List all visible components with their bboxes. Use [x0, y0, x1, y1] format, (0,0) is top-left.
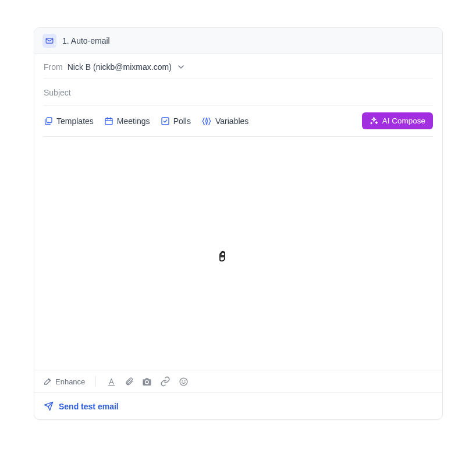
- card-footer: Send test email: [34, 393, 442, 419]
- sparkle-icon: [370, 116, 378, 125]
- variables-label: Variables: [215, 116, 248, 126]
- svg-point-14: [185, 380, 186, 381]
- svg-point-13: [182, 380, 183, 381]
- send-icon: [44, 401, 54, 411]
- emoji-icon[interactable]: [179, 377, 189, 387]
- templates-button[interactable]: Templates: [44, 116, 94, 126]
- toolbar-left: Templates Meetings: [44, 116, 248, 126]
- auto-email-icon: [42, 34, 56, 48]
- card-header: 1. Auto-email: [34, 28, 442, 54]
- divider: [95, 376, 96, 387]
- pointer-cursor-icon: [216, 248, 230, 263]
- ai-compose-button[interactable]: AI Compose: [362, 112, 433, 129]
- from-value[interactable]: Nick B (nickb@mixmax.com): [68, 62, 172, 72]
- from-section: From Nick B (nickb@mixmax.com): [34, 54, 442, 79]
- meetings-button[interactable]: Meetings: [104, 116, 150, 126]
- send-test-label: Send test email: [59, 402, 119, 411]
- from-label: From: [44, 62, 63, 72]
- calendar-icon: [104, 116, 113, 126]
- subject-input[interactable]: [44, 88, 433, 97]
- compose-toolbar-section: Templates Meetings: [34, 105, 442, 137]
- polls-icon: [161, 116, 170, 126]
- wand-icon: [44, 377, 52, 386]
- send-test-email-button[interactable]: Send test email: [44, 401, 433, 411]
- enhance-label: Enhance: [55, 377, 85, 386]
- camera-icon[interactable]: [142, 377, 152, 387]
- card-title: 1. Auto-email: [62, 36, 110, 45]
- svg-rect-1: [47, 118, 52, 123]
- editor-body[interactable]: [34, 137, 442, 370]
- polls-label: Polls: [173, 116, 191, 126]
- attachment-icon[interactable]: [125, 377, 134, 386]
- bottom-toolbar: Enhance: [34, 370, 442, 393]
- templates-label: Templates: [56, 116, 94, 126]
- subject-section: [34, 79, 442, 105]
- svg-rect-6: [162, 118, 169, 125]
- enhance-button[interactable]: Enhance: [44, 377, 85, 386]
- variables-button[interactable]: Variables: [201, 116, 248, 126]
- email-composer-card: 1. Auto-email From Nick B (nickb@mixmax.…: [34, 27, 443, 420]
- templates-icon: [44, 116, 53, 126]
- polls-button[interactable]: Polls: [161, 116, 191, 126]
- variables-icon: [201, 116, 212, 126]
- link-icon[interactable]: [160, 376, 170, 387]
- svg-rect-2: [105, 118, 112, 125]
- ai-compose-label: AI Compose: [382, 116, 425, 125]
- text-format-icon[interactable]: [106, 377, 116, 387]
- svg-point-12: [180, 378, 187, 386]
- meetings-label: Meetings: [117, 116, 150, 126]
- chevron-down-icon[interactable]: [176, 62, 186, 72]
